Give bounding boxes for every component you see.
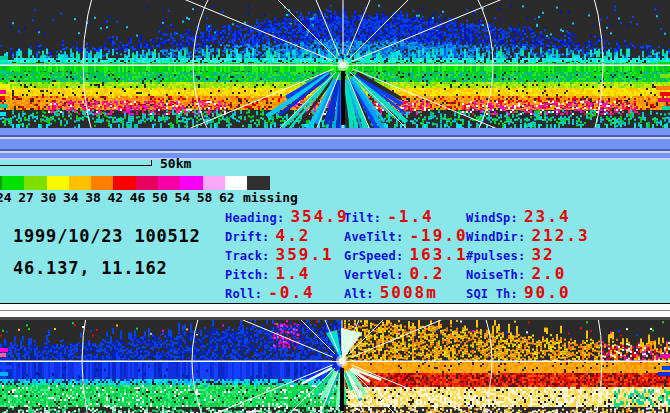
scale-ruler-label: 50km xyxy=(160,156,191,171)
splitter-stripe xyxy=(0,158,670,160)
panel-divider xyxy=(0,303,670,320)
param-label: GrSpeed: xyxy=(344,249,403,263)
colorbar-tick: 62 xyxy=(219,190,235,205)
param-value: -0.4 xyxy=(268,283,315,302)
colorbar-segment xyxy=(91,176,113,190)
datetime-text: 1999/10/23 100512 xyxy=(13,226,201,246)
param-label: Pitch: xyxy=(225,268,270,282)
param-value: 5008m xyxy=(380,283,438,302)
colorbar-tick: 50 xyxy=(152,190,168,205)
param-value: 212.3 xyxy=(531,226,589,245)
param-value: 0.2 xyxy=(409,264,444,283)
param-row: VertVel:0.2 xyxy=(344,264,468,283)
param-value: 359.1 xyxy=(276,245,334,264)
param-row: WindSp:23.4 xyxy=(466,207,590,226)
param-row: GrSpeed:163.1 xyxy=(344,245,468,264)
colorbar-tick: 30 xyxy=(41,190,57,205)
splitter-stripe xyxy=(0,128,670,135)
param-label: Tilt: xyxy=(344,211,381,225)
colorbar-tick: 42 xyxy=(108,190,124,205)
colorbar-segment xyxy=(113,176,135,190)
param-label: Track: xyxy=(225,249,270,263)
colorbar-tick: 24 xyxy=(0,190,12,205)
param-value: 1.4 xyxy=(276,264,311,283)
scale-ruler-line xyxy=(0,165,152,166)
colorbar-segment xyxy=(203,176,225,190)
colorbar-tick-labels: 2427303438424650545862missing xyxy=(0,190,320,204)
splitter-bars xyxy=(0,128,670,160)
colorbar-tick: 46 xyxy=(130,190,146,205)
param-label: Drift: xyxy=(225,230,270,244)
param-row: Heading:354.9 xyxy=(225,207,349,226)
param-label: AveTilt: xyxy=(344,230,403,244)
param-label: VertVel: xyxy=(344,268,403,282)
colorbar-tick: 34 xyxy=(63,190,79,205)
velocity-panel xyxy=(0,320,670,413)
reflectivity-panel xyxy=(0,0,670,128)
param-row: Drift:4.2 xyxy=(225,226,349,245)
colorbar-segment xyxy=(2,176,24,190)
colorbar-segment xyxy=(24,176,46,190)
colorbar-tick: 27 xyxy=(18,190,34,205)
colorbar-segment xyxy=(225,176,247,190)
param-row: #pulses:32 xyxy=(466,245,590,264)
param-value: 32 xyxy=(531,245,554,264)
param-label: WindSp: xyxy=(466,211,518,225)
param-row: Tilt:-1.4 xyxy=(344,207,468,226)
colorbar-segment xyxy=(47,176,69,190)
param-label: WindDir: xyxy=(466,230,525,244)
param-value: -1.4 xyxy=(387,207,434,226)
colorbar-segment xyxy=(69,176,91,190)
colorbar-missing-segment xyxy=(247,176,269,190)
param-column: Heading:354.9Drift:4.2Track:359.1Pitch:1… xyxy=(225,207,349,302)
param-value: 23.4 xyxy=(524,207,571,226)
scale-ruler-tick xyxy=(151,160,152,166)
reflectivity-colorbar xyxy=(0,176,270,190)
param-label: Alt: xyxy=(344,287,374,301)
radar-app-window: 50km 2427303438424650545862missing 1999/… xyxy=(0,0,670,413)
splitter-stripe xyxy=(0,139,670,149)
param-value: 163.1 xyxy=(409,245,467,264)
colorbar-tick: 54 xyxy=(174,190,190,205)
param-column: Tilt:-1.4AveTilt:-19.0GrSpeed:163.1VertV… xyxy=(344,207,468,302)
colorbar-missing-label: missing xyxy=(243,190,298,205)
param-row: Pitch:1.4 xyxy=(225,264,349,283)
param-row: Roll:-0.4 xyxy=(225,283,349,302)
param-row: SQI Th:90.0 xyxy=(466,283,590,302)
param-label: #pulses: xyxy=(466,249,525,263)
colorbar-segment xyxy=(180,176,202,190)
param-row: Alt:5008m xyxy=(344,283,468,302)
param-value: 354.9 xyxy=(290,207,348,226)
colorbar-segment xyxy=(136,176,158,190)
param-value: 4.2 xyxy=(276,226,311,245)
param-value: -19.0 xyxy=(409,226,467,245)
param-row: NoiseTh:2.0 xyxy=(466,264,590,283)
colorbar-segment xyxy=(158,176,180,190)
param-label: Roll: xyxy=(225,287,262,301)
param-value: 90.0 xyxy=(524,283,571,302)
param-column: WindSp:23.4WindDir:212.3#pulses:32NoiseT… xyxy=(466,207,590,302)
param-row: Track:359.1 xyxy=(225,245,349,264)
param-value: 2.0 xyxy=(531,264,566,283)
param-label: Heading: xyxy=(225,211,284,225)
param-row: WindDir:212.3 xyxy=(466,226,590,245)
colorbar-tick: 38 xyxy=(85,190,101,205)
param-label: NoiseTh: xyxy=(466,268,525,282)
param-label: SQI Th: xyxy=(466,287,518,301)
colorbar-tick: 58 xyxy=(197,190,213,205)
position-text: 46.137, 11.162 xyxy=(13,258,168,278)
param-row: AveTilt:-19.0 xyxy=(344,226,468,245)
